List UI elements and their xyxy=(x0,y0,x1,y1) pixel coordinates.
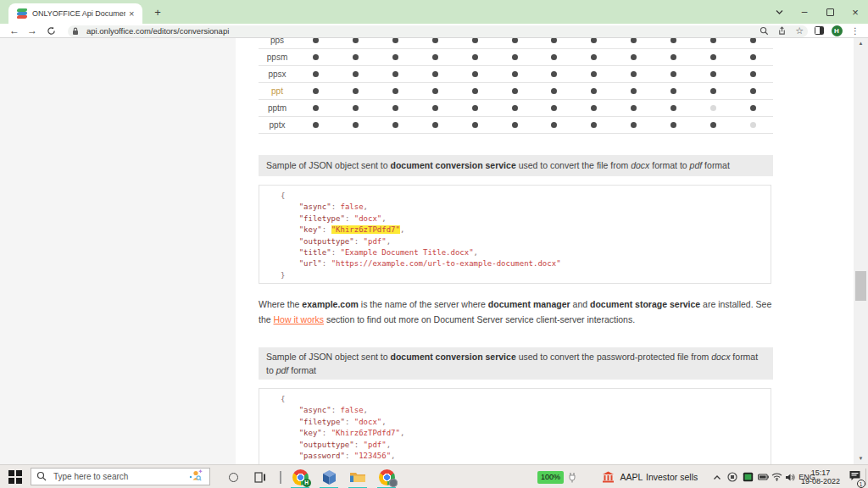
code-token: "Example Document Title.docx" xyxy=(340,248,473,257)
start-button[interactable] xyxy=(5,465,25,488)
conversion-cell xyxy=(614,88,654,94)
forward-button[interactable]: → xyxy=(25,24,40,37)
conversion-cell xyxy=(336,122,376,128)
cortana-button[interactable] xyxy=(222,465,244,488)
conversion-dot xyxy=(710,88,716,94)
task-view-button[interactable] xyxy=(249,465,271,488)
show-desktop-button[interactable] xyxy=(865,469,866,485)
format-label[interactable]: ppsm xyxy=(259,53,296,62)
conversion-dot xyxy=(750,88,756,94)
code-token: { xyxy=(281,395,285,403)
ticker-headline[interactable]: Investor sells xyxy=(646,465,709,488)
profile-avatar[interactable]: H xyxy=(830,24,843,37)
code-token: } xyxy=(281,271,285,280)
code-token: "async" xyxy=(299,406,331,414)
taskbar-search-input[interactable]: Type here to search xyxy=(31,468,210,485)
text-segment: used to convert the password-protected f… xyxy=(516,352,712,362)
format-label[interactable]: pps xyxy=(259,38,296,45)
tray-battery-icon[interactable] xyxy=(756,465,770,488)
conversion-dot xyxy=(750,54,756,60)
code-token: : xyxy=(331,406,341,414)
scrollbar-up-icon[interactable]: ▲ xyxy=(854,38,868,49)
address-bar[interactable]: api.onlyoffice.com/editors/conversionapi… xyxy=(68,25,808,37)
code-token: "async" xyxy=(299,202,331,211)
browser-tab[interactable]: ONLYOFFICE Api Documentation × xyxy=(8,3,142,24)
taskbar-chrome-profile-button[interactable]: H xyxy=(288,465,312,488)
side-panel-icon[interactable] xyxy=(812,24,826,37)
new-tab-button[interactable]: + xyxy=(151,6,164,19)
ticker-symbol[interactable]: AAPL xyxy=(619,465,644,488)
back-button[interactable]: ← xyxy=(7,24,22,37)
page-scrollbar[interactable]: ▲ ▼ xyxy=(854,38,868,464)
code-line: "password": "123456", xyxy=(281,451,771,462)
conversion-dot xyxy=(353,38,359,43)
code-line: "outputtype": "pdf", xyxy=(281,440,771,451)
code-token xyxy=(281,429,299,437)
taskbar-virtualbox-button[interactable] xyxy=(317,465,341,488)
conversion-cell xyxy=(376,105,415,111)
conversion-cell xyxy=(336,88,376,94)
text-segment: used to convert the file from xyxy=(516,160,631,170)
share-icon[interactable] xyxy=(777,26,787,36)
browser-menu-icon[interactable]: ⋮ xyxy=(849,24,862,37)
search-highlights-icon[interactable] xyxy=(187,468,204,486)
code-token xyxy=(281,237,299,246)
conversion-cell xyxy=(574,71,614,77)
tray-wifi-icon[interactable] xyxy=(770,465,783,488)
taskbar-clock[interactable]: 15:17 19-08-2022 xyxy=(798,465,843,488)
window-minimize-button[interactable]: – xyxy=(792,0,817,24)
code-token xyxy=(281,406,299,414)
format-row-ppt: ppt xyxy=(259,83,773,100)
zoom-icon[interactable] xyxy=(760,26,769,36)
tray-virtualbox-icon[interactable] xyxy=(726,465,739,488)
conversion-cell xyxy=(336,38,376,43)
code-token: "docx" xyxy=(354,214,382,223)
conversion-cell xyxy=(535,54,575,60)
conversion-cell xyxy=(296,38,336,43)
conversion-cell xyxy=(336,54,376,60)
conversion-cell xyxy=(733,122,773,128)
window-maximize-button[interactable] xyxy=(817,0,843,24)
format-label[interactable]: ppt xyxy=(259,86,296,96)
conversion-cell xyxy=(654,122,693,128)
conversion-cell xyxy=(733,71,773,77)
window-chevron-icon[interactable] xyxy=(766,0,792,24)
code-token: , xyxy=(381,214,386,223)
tray-display-icon[interactable] xyxy=(741,465,754,488)
battery-percent-widget[interactable]: 100% xyxy=(537,471,564,484)
how-it-works-link[interactable]: How it works xyxy=(274,314,325,324)
tab-close-icon[interactable]: × xyxy=(129,8,134,19)
conversion-cell xyxy=(415,38,455,43)
stock-news-icon[interactable] xyxy=(600,465,615,488)
taskbar-file-explorer-button[interactable] xyxy=(346,465,370,488)
conversion-cell xyxy=(574,105,614,111)
conversion-dot xyxy=(392,38,398,43)
format-label[interactable]: ppsx xyxy=(259,69,296,79)
conversion-dot xyxy=(313,122,319,128)
window-close-button[interactable]: × xyxy=(843,0,868,24)
conversion-cell xyxy=(654,71,693,77)
conversion-dot xyxy=(512,122,518,128)
format-label[interactable]: pptm xyxy=(259,103,296,113)
action-center-button[interactable]: 1 xyxy=(846,465,863,488)
conversion-cell xyxy=(574,38,614,43)
format-label[interactable]: pptx xyxy=(259,120,296,130)
reload-button[interactable] xyxy=(43,24,58,37)
scrollbar-thumb[interactable] xyxy=(855,271,866,301)
conversion-cell xyxy=(654,54,693,60)
bookmark-star-icon[interactable]: ☆ xyxy=(795,25,804,36)
scrollbar-down-icon[interactable]: ▼ xyxy=(854,453,868,464)
url-text[interactable]: api.onlyoffice.com/editors/conversionapi xyxy=(86,26,755,36)
conversion-cell xyxy=(654,88,693,94)
code-token: , xyxy=(400,429,404,437)
conversion-dot xyxy=(353,122,359,128)
tab-title: ONLYOFFICE Api Documentation xyxy=(32,9,125,18)
code-token: : xyxy=(345,214,354,223)
code-token: , xyxy=(364,406,368,414)
tray-volume-icon[interactable] xyxy=(783,465,797,488)
conversion-cell xyxy=(376,54,415,60)
conversion-cell xyxy=(336,105,376,111)
taskbar-chrome-button[interactable] xyxy=(375,465,398,488)
conversion-cell xyxy=(495,71,535,77)
tray-chevron-up-icon[interactable] xyxy=(710,465,724,488)
